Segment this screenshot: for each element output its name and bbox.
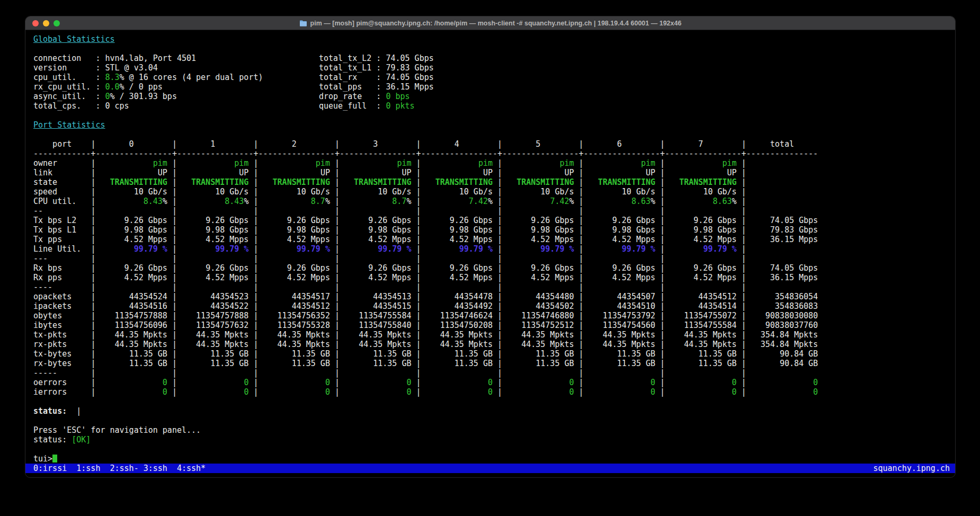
esc-hint-line: Press 'ESC' for navigation panel...: [25, 425, 955, 435]
column-header: 4: [421, 139, 498, 149]
column-separator: |: [493, 168, 502, 177]
cell-value: 11354757632: [196, 321, 248, 330]
cell-padding: [502, 168, 564, 177]
minimize-button[interactable]: [43, 20, 49, 26]
cell-value: 90.84 GB: [780, 349, 818, 359]
empty-cell: |: [421, 206, 503, 216]
prompt-line[interactable]: tui>: [25, 454, 955, 464]
column-separator: |: [411, 292, 421, 301]
cell-value: 11.35 GB: [210, 359, 248, 368]
cell-value: 0: [651, 378, 655, 387]
cell-padding: [95, 340, 114, 349]
cell-padding: [340, 158, 397, 168]
cell-value: 9.26 Gbps: [368, 216, 411, 225]
cell-padding: [746, 292, 775, 301]
cell-padding: [340, 387, 406, 397]
global-stat-value: hvn4.lab, Port 4501: [105, 54, 196, 63]
cell-value: 354836083: [775, 301, 818, 311]
close-button[interactable]: [32, 20, 39, 26]
cell-value: 4.52 Mpps: [124, 235, 167, 244]
cell-value: 11354755328: [278, 321, 330, 330]
column-separator: |: [574, 177, 584, 187]
global-stat-value: 74.05 Gbps: [386, 73, 433, 82]
cell-value: 9.26 Gbps: [287, 216, 330, 225]
zoom-button[interactable]: [54, 20, 60, 26]
cell-value: 44354512: [698, 292, 736, 301]
empty-cell: |: [665, 254, 746, 263]
global-stat-right: total_tx_L1 : 79.83 Gbps: [319, 63, 434, 73]
cell-value: 11354746880: [521, 311, 574, 321]
table-row-link: link | UP | UP | UP | UP | UP | UP | UP …: [25, 168, 955, 177]
table-row-tx-bps-l2: Tx bps L2 | 9.26 Gbps | 9.26 Gbps | 9.26…: [25, 216, 955, 225]
column-separator: |: [411, 263, 421, 273]
column-separator: |: [574, 263, 584, 273]
cell-value: 10 Gb/s: [215, 187, 248, 197]
cell-padding: [746, 349, 780, 359]
cell-padding: [584, 330, 603, 340]
cell-value: 44354478: [455, 292, 493, 301]
column-separator: |: [167, 158, 177, 168]
column-separator: |: [737, 321, 746, 330]
cell-padding: [340, 177, 354, 187]
column-separator: |: [416, 139, 421, 149]
column-separator: |: [330, 216, 340, 225]
column-separator: |: [737, 330, 746, 340]
cell-value: 9.98 Gbps: [450, 225, 493, 235]
cell-padding: [340, 216, 368, 225]
cell-padding: [502, 244, 540, 254]
cell-value: 4.52 Mpps: [450, 273, 493, 282]
cell-padding: [746, 225, 770, 235]
cell-value: 99.79 %: [215, 244, 248, 254]
cell-padding: [177, 235, 206, 244]
row-label: tx-pkts: [33, 330, 91, 340]
table-row--: --- | | | | | | | | |: [25, 254, 955, 263]
cell-value: 10 Gb/s: [134, 187, 167, 197]
row-label: speed: [33, 187, 91, 197]
cell-value: 44354514: [698, 301, 736, 311]
cell-unit: %: [163, 197, 167, 206]
cell-padding: [177, 321, 196, 330]
column-header: 6: [584, 139, 661, 149]
column-separator: |: [574, 216, 584, 225]
cell-value: 11.35 GB: [292, 349, 330, 359]
column-separator: |: [330, 387, 340, 397]
cell-value: 11.35 GB: [373, 359, 411, 368]
empty-cell: |: [258, 254, 340, 263]
cell-padding: [502, 330, 521, 340]
cell-unit: %: [569, 197, 574, 206]
cell-padding: [421, 292, 455, 301]
global-stat-label: total_pps :: [319, 82, 386, 92]
cell-value: 0: [732, 378, 737, 387]
cell-value: 36.15 Mpps: [770, 273, 818, 282]
cell-value: 4.52 Mpps: [612, 235, 655, 244]
separator-line: ------------+----------------+----------…: [33, 149, 818, 158]
global-stat-value: 79.83 Gbps: [386, 63, 433, 73]
cell-padding: [177, 187, 215, 197]
cell-padding: [502, 311, 521, 321]
column-separator: |: [248, 216, 258, 225]
cell-value: 10 Gb/s: [378, 187, 411, 197]
cell-padding: [95, 387, 162, 397]
blank-line: [25, 416, 955, 425]
cell-padding: [258, 292, 291, 301]
cell-padding: [340, 349, 373, 359]
cell-padding: [258, 273, 287, 282]
cell-padding: [502, 177, 516, 187]
cell-value: TRANSMITTING: [110, 177, 167, 187]
column-separator: |: [737, 235, 746, 244]
column-separator: |: [655, 235, 665, 244]
cell-padding: [340, 197, 392, 206]
column-separator: |: [330, 158, 340, 168]
cell-value: 44.35 Mpkts: [684, 330, 736, 340]
cell-value: UP: [402, 168, 411, 177]
column-separator: |: [574, 378, 584, 387]
cell-padding: [177, 263, 206, 273]
cell-value: 90838037760: [765, 321, 818, 330]
cell-padding: [340, 225, 368, 235]
global-stat-label: total_cps. :: [33, 101, 105, 111]
column-separator: |: [248, 330, 258, 340]
cell-value: pim: [153, 158, 167, 168]
cell-padding: [584, 263, 612, 273]
cell-padding: [340, 330, 359, 340]
cell-value: 44.35 Mpkts: [278, 340, 330, 349]
